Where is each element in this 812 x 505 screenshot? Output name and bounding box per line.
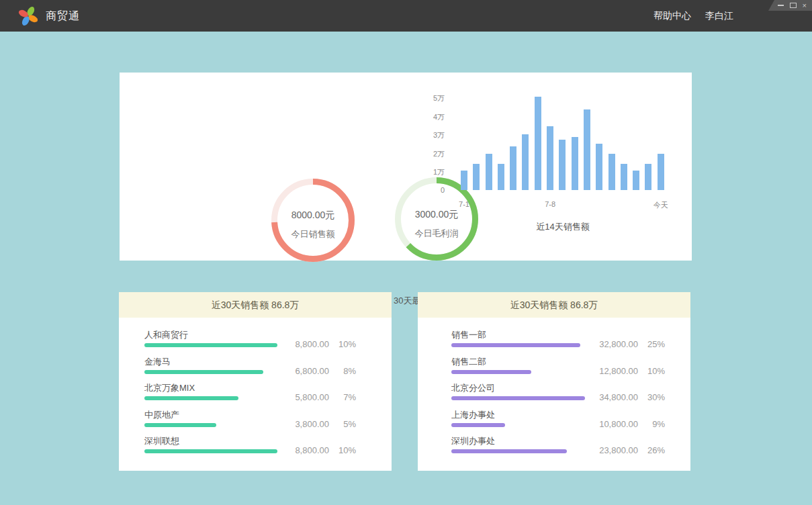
sales-bar[interactable] — [461, 171, 467, 190]
sales-bar[interactable] — [559, 140, 566, 190]
list-item-percent: 10% — [329, 445, 356, 455]
sales-bar[interactable] — [621, 164, 627, 190]
list-item-bar — [144, 343, 277, 347]
list-item-amount: 10,800.00 — [599, 419, 638, 429]
list-item-name: 销售二部 — [451, 356, 486, 368]
sales-bar[interactable] — [522, 134, 529, 190]
list-item-bar — [451, 343, 580, 347]
help-center-menu-item[interactable]: 帮助中心 — [653, 10, 691, 22]
customer-card-title: 近30天销售额 86.8万 — [119, 292, 392, 318]
list-item-percent: 8% — [329, 366, 356, 376]
sales-bar[interactable] — [596, 144, 602, 190]
list-item-percent: 10% — [638, 366, 665, 376]
list-item-name: 销售一部 — [451, 329, 486, 341]
close-icon[interactable]: × — [803, 2, 807, 9]
list-item-amount: 3,800.00 — [295, 419, 329, 429]
maximize-icon[interactable] — [790, 3, 797, 8]
list-item-amount: 5,800.00 — [295, 392, 329, 402]
user-menu-item[interactable]: 李白江 — [705, 10, 733, 22]
customer-ranking-card: 近30天销售额 86.8万 人和商贸行 8,800.00 10% 金海马 6,8… — [119, 292, 392, 471]
list-item-bar — [144, 423, 216, 427]
y-axis-tick: 4万 — [418, 112, 445, 122]
y-axis-tick: 3万 — [418, 130, 445, 140]
list-item-values: 23,800.00 26% — [599, 445, 665, 455]
sales-bar[interactable] — [584, 109, 590, 190]
14day-sales-bar-chart — [461, 95, 665, 190]
y-axis-tick: 2万 — [418, 149, 445, 159]
list-item[interactable]: 上海办事处 10,800.00 9% — [418, 409, 690, 429]
list-item-values: 3,800.00 5% — [295, 419, 356, 429]
list-item-name: 金海马 — [144, 356, 171, 368]
list-item-values: 10,800.00 9% — [599, 419, 665, 429]
list-item[interactable]: 销售二部 12,800.00 10% — [418, 356, 690, 376]
list-item-values: 12,800.00 10% — [599, 366, 665, 376]
list-item-percent: 30% — [638, 392, 665, 402]
sales-bar[interactable] — [547, 126, 553, 190]
list-item-amount: 12,800.00 — [599, 366, 638, 376]
list-item-amount: 8,800.00 — [295, 445, 329, 455]
app-logo-pinwheel-icon — [18, 6, 38, 26]
list-item-percent: 25% — [638, 339, 665, 349]
list-item[interactable]: 北京分公司 34,800.00 30% — [418, 382, 690, 402]
list-item-name: 北京万象MIX — [144, 382, 195, 394]
list-item[interactable]: 北京万象MIX 5,800.00 7% — [119, 382, 392, 402]
department-card-title: 近30天销售额 86.8万 — [418, 292, 690, 318]
bar-chart-title: 近14天销售额 — [461, 221, 665, 233]
list-item-name: 上海办事处 — [451, 409, 495, 421]
list-item-amount: 32,800.00 — [599, 339, 638, 349]
sales-bar[interactable] — [473, 164, 480, 190]
list-item-bar — [451, 449, 567, 453]
titlebar: 商贸通 帮助中心 李白江 × — [0, 0, 812, 32]
list-item[interactable]: 销售一部 32,800.00 25% — [418, 329, 690, 349]
list-item-bar — [144, 449, 277, 453]
list-item-amount: 34,800.00 — [599, 392, 638, 402]
x-axis-tick: 今天 — [653, 200, 668, 210]
x-axis-tick: 7-8 — [545, 200, 555, 208]
list-item-name: 深圳联想 — [144, 435, 179, 447]
list-item[interactable]: 人和商贸行 8,800.00 10% — [119, 329, 392, 349]
list-item-percent: 9% — [638, 419, 665, 429]
list-item[interactable]: 深圳办事处 23,800.00 26% — [418, 435, 690, 455]
today-sales-label: 今日销售额 — [269, 228, 357, 240]
list-item-name: 中原地产 — [144, 409, 179, 421]
list-item-name: 深圳办事处 — [451, 435, 495, 447]
sales-bar[interactable] — [486, 154, 492, 190]
app-title: 商贸通 — [46, 9, 80, 24]
list-item-percent: 7% — [329, 392, 356, 402]
sales-bar[interactable] — [658, 154, 664, 190]
list-item-name: 人和商贸行 — [144, 329, 188, 341]
x-axis-tick: 7-1 — [459, 200, 469, 208]
today-sales-value: 8000.00元 — [269, 210, 357, 222]
list-item-values: 6,800.00 8% — [295, 366, 356, 376]
sales-bar[interactable] — [645, 164, 651, 190]
list-item[interactable]: 深圳联想 8,800.00 10% — [119, 435, 392, 455]
list-item-bar — [451, 396, 585, 400]
list-item-values: 34,800.00 30% — [599, 392, 665, 402]
list-item-amount: 8,800.00 — [295, 339, 329, 349]
list-item-values: 8,800.00 10% — [295, 339, 356, 349]
y-axis-tick: 0 — [418, 186, 445, 194]
list-item-values: 32,800.00 25% — [599, 339, 665, 349]
list-item[interactable]: 中原地产 3,800.00 5% — [119, 409, 392, 429]
department-ranking-card: 近30天销售额 86.8万 销售一部 32,800.00 25% 销售二部 12… — [418, 292, 690, 471]
list-item-bar — [451, 370, 531, 374]
sales-bar[interactable] — [510, 146, 516, 190]
sales-bar[interactable] — [633, 171, 639, 190]
minimize-icon[interactable] — [778, 5, 784, 6]
sales-bar[interactable] — [608, 154, 615, 190]
window-controls: × — [768, 0, 812, 11]
sales-bar[interactable] — [572, 137, 578, 190]
y-axis-tick: 1万 — [418, 167, 445, 177]
list-item-values: 5,800.00 7% — [295, 392, 356, 402]
sales-bar[interactable] — [535, 97, 541, 190]
titlebar-menu: 帮助中心 李白江 — [653, 0, 733, 32]
list-item-bar — [451, 423, 505, 427]
list-item[interactable]: 金海马 6,800.00 8% — [119, 356, 392, 376]
list-item-percent: 26% — [638, 445, 665, 455]
sales-bar[interactable] — [498, 164, 504, 190]
list-item-values: 8,800.00 10% — [295, 445, 356, 455]
list-item-name: 北京分公司 — [451, 382, 495, 394]
list-item-percent: 10% — [329, 339, 356, 349]
list-item-percent: 5% — [329, 419, 356, 429]
list-item-bar — [144, 370, 263, 374]
